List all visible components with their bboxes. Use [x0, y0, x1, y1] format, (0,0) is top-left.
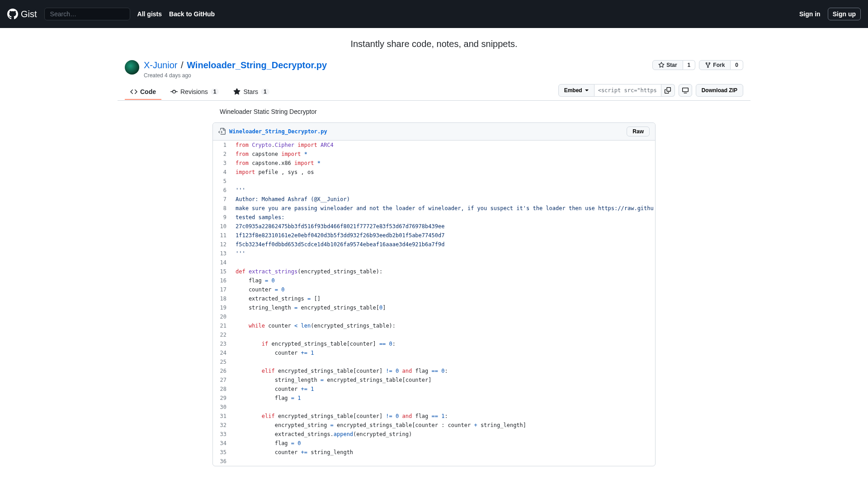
star-button[interactable]: Star [652, 60, 683, 70]
sign-in-link[interactable]: Sign in [799, 10, 821, 18]
code-line[interactable]: from Crypto.Cipher import ARC4 [231, 141, 658, 150]
line-number[interactable]: 11 [213, 231, 231, 240]
line-number[interactable]: 30 [213, 403, 231, 412]
line-number[interactable]: 6 [213, 186, 231, 195]
code-line[interactable] [231, 357, 658, 366]
tab-revisions[interactable]: Revisions 1 [165, 84, 224, 100]
embed-dropdown[interactable]: Embed [558, 84, 594, 97]
filename-link[interactable]: Wineloader_String_Decryptor.py [187, 60, 327, 70]
code-line[interactable]: elif encrypted_strings_table[counter] !=… [231, 412, 658, 421]
line-number[interactable]: 20 [213, 312, 231, 321]
line-number[interactable]: 35 [213, 448, 231, 457]
code-line[interactable] [231, 330, 658, 339]
code-line[interactable]: elif encrypted_strings_table[counter] !=… [231, 366, 658, 375]
code-line[interactable]: 1f123f8e82310161e2e0ebf0420d3b5f3dd932f2… [231, 231, 658, 240]
back-to-github-link[interactable]: Back to GitHub [169, 10, 215, 18]
line-number[interactable]: 34 [213, 439, 231, 448]
line-number[interactable]: 31 [213, 412, 231, 421]
all-gists-link[interactable]: All gists [137, 10, 162, 18]
line-number[interactable]: 21 [213, 321, 231, 330]
code-line[interactable]: extracted_strings.append(encrypted_strin… [231, 430, 658, 439]
code-line[interactable]: counter += 1 [231, 385, 658, 394]
code-line[interactable]: import pefile , sys , os [231, 168, 658, 177]
line-number[interactable]: 25 [213, 357, 231, 366]
code-line[interactable]: flag = 0 [231, 439, 658, 448]
embed-url-input[interactable] [594, 84, 661, 97]
code-line[interactable]: ''' [231, 186, 658, 195]
line-number[interactable]: 28 [213, 385, 231, 394]
code-line[interactable]: flag = 0 [231, 276, 658, 285]
line-number[interactable]: 8 [213, 204, 231, 213]
fork-button[interactable]: Fork [699, 60, 731, 70]
code-line[interactable]: if encrypted_strings_table[counter] == 0… [231, 339, 658, 348]
code-row: 22 [213, 330, 658, 339]
file-name-link[interactable]: Wineloader_String_Decryptor.py [218, 128, 327, 135]
tab-revisions-label: Revisions [180, 88, 208, 95]
line-number[interactable]: 4 [213, 168, 231, 177]
code-line[interactable]: from capstone.x86 import * [231, 159, 658, 168]
line-number[interactable]: 29 [213, 394, 231, 403]
line-number[interactable]: 12 [213, 240, 231, 249]
line-number[interactable]: 32 [213, 421, 231, 430]
code-line[interactable]: f5cb3234eff0dbbd653d5cdce1d4b1026fa9574e… [231, 240, 658, 249]
code-line[interactable]: string_length = encrypted_strings_table[… [231, 375, 658, 385]
code-line[interactable] [231, 258, 658, 267]
code-line[interactable]: counter = 0 [231, 285, 658, 294]
github-mark-icon [7, 9, 18, 19]
avatar[interactable] [125, 60, 139, 75]
code-line[interactable] [231, 312, 658, 321]
code-line[interactable]: counter += string_length [231, 448, 658, 457]
code-line[interactable] [231, 403, 658, 412]
code-line[interactable]: counter += 1 [231, 348, 658, 357]
code-line[interactable]: tested samples: [231, 213, 658, 222]
line-number[interactable]: 5 [213, 177, 231, 186]
line-number[interactable]: 10 [213, 222, 231, 231]
line-number[interactable]: 33 [213, 430, 231, 439]
code-line[interactable]: make sure you are passing wineloader and… [231, 204, 658, 213]
line-number[interactable]: 15 [213, 267, 231, 276]
tab-code[interactable]: Code [125, 84, 161, 100]
line-number[interactable]: 36 [213, 457, 231, 466]
tab-stars[interactable]: Stars 1 [228, 84, 274, 100]
sign-up-button[interactable]: Sign up [828, 8, 861, 20]
tab-stars-label: Stars [243, 88, 258, 95]
line-number[interactable]: 1 [213, 141, 231, 150]
code-line[interactable]: while counter < len(encrypted_strings_ta… [231, 321, 658, 330]
line-number[interactable]: 26 [213, 366, 231, 375]
user-link[interactable]: X-Junior [144, 60, 177, 70]
code-line[interactable]: Author: Mohamed Ashraf (@X__Junior) [231, 195, 658, 204]
code-line[interactable]: ''' [231, 249, 658, 258]
line-number[interactable]: 16 [213, 276, 231, 285]
line-number[interactable]: 14 [213, 258, 231, 267]
line-number[interactable]: 9 [213, 213, 231, 222]
gist-logo[interactable]: Gist [7, 9, 37, 19]
code-line[interactable]: from capstone import * [231, 150, 658, 159]
code-line[interactable]: def extract_strings(encrypted_strings_ta… [231, 267, 658, 276]
code-line[interactable]: encrypted_string = encrypted_strings_tab… [231, 421, 658, 430]
toolbar: Embed Download ZIP [558, 84, 743, 100]
search-input[interactable] [44, 8, 130, 20]
line-number[interactable]: 18 [213, 294, 231, 303]
fork-count[interactable]: 0 [731, 60, 743, 70]
code-line[interactable] [231, 177, 658, 186]
star-count[interactable]: 1 [683, 60, 696, 70]
line-number[interactable]: 7 [213, 195, 231, 204]
raw-button[interactable]: Raw [627, 127, 650, 136]
code-line[interactable]: 27c0935a22862475bb3fd516f93bd466f8021f77… [231, 222, 658, 231]
line-number[interactable]: 2 [213, 150, 231, 159]
download-zip-button[interactable]: Download ZIP [696, 84, 743, 97]
line-number[interactable]: 22 [213, 330, 231, 339]
line-number[interactable]: 3 [213, 159, 231, 168]
code-line[interactable]: extracted_strings = [] [231, 294, 658, 303]
line-number[interactable]: 17 [213, 285, 231, 294]
line-number[interactable]: 13 [213, 249, 231, 258]
desktop-button[interactable] [679, 84, 692, 97]
code-line[interactable]: flag = 1 [231, 394, 658, 403]
code-line[interactable]: string_length = encrypted_strings_table[… [231, 303, 658, 312]
code-line[interactable] [231, 457, 658, 466]
copy-embed-button[interactable] [661, 84, 675, 97]
line-number[interactable]: 24 [213, 348, 231, 357]
line-number[interactable]: 23 [213, 339, 231, 348]
line-number[interactable]: 19 [213, 303, 231, 312]
line-number[interactable]: 27 [213, 375, 231, 385]
